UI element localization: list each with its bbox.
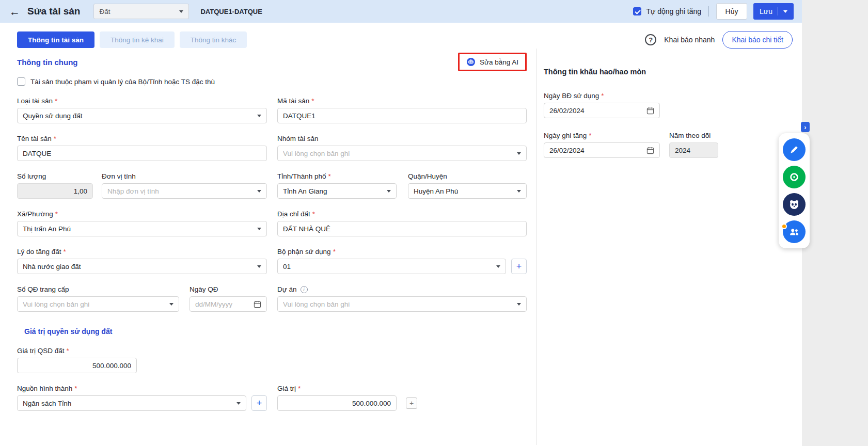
chevron-down-icon bbox=[179, 10, 183, 13]
qsd-value-input[interactable] bbox=[17, 358, 137, 373]
edit-with-ai-label: Sửa bằng AI bbox=[480, 58, 518, 66]
quantity-input: 1,00 bbox=[17, 183, 93, 199]
asset-group-select[interactable]: Vui lòng chọn bản ghi bbox=[277, 146, 527, 161]
auto-increase-toggle[interactable]: Tự động ghi tăng bbox=[633, 7, 701, 15]
using-department-label: Bộ phận sử dụng* bbox=[277, 248, 527, 256]
value-input[interactable] bbox=[277, 395, 397, 411]
ward-label: Xã/Phường* bbox=[17, 210, 267, 218]
decision-date-label: Ngày QĐ bbox=[190, 285, 267, 293]
header-divider bbox=[708, 6, 709, 17]
unit-label: Đơn vị tính bbox=[102, 172, 267, 180]
header-bar: ← Sửa tài sản Đất DATQUE1-DATQUE Tự động… bbox=[0, 0, 802, 23]
quantity-label: Số lượng bbox=[17, 172, 93, 180]
increase-reason-label: Lý do tăng đất* bbox=[17, 248, 267, 256]
unit-select[interactable]: Nhập đơn vị tính bbox=[102, 183, 267, 199]
help-icon[interactable]: ? bbox=[645, 34, 656, 45]
asset-type-label: Loại tài sản* bbox=[17, 97, 267, 105]
using-department-select[interactable]: 01 bbox=[277, 259, 506, 274]
chevron-down-icon bbox=[517, 152, 521, 155]
qsd-value-label: Giá trị QSD đất* bbox=[17, 347, 137, 355]
floating-toolbar bbox=[779, 133, 810, 248]
decision-no-label: Số QĐ trang cấp bbox=[17, 285, 179, 293]
edit-pen-fab[interactable] bbox=[783, 138, 806, 161]
ward-select[interactable]: Thị trấn An Phú bbox=[17, 221, 267, 236]
cancel-button[interactable]: Hủy bbox=[716, 3, 747, 20]
asset-code-input[interactable] bbox=[277, 108, 527, 123]
project-select[interactable]: Vui lòng chọn bản ghi bbox=[277, 296, 527, 312]
asset-group-label: Nhóm tài sản bbox=[277, 135, 527, 142]
support-fab[interactable] bbox=[783, 166, 806, 188]
auto-increase-label: Tự động ghi tăng bbox=[646, 7, 701, 15]
chevron-right-icon: › bbox=[804, 124, 806, 131]
project-label: Dự áni bbox=[277, 285, 527, 293]
scope-checkbox[interactable] bbox=[17, 77, 25, 86]
chevron-down-icon bbox=[257, 115, 261, 117]
section-land-value-title: Giá trị quyền sử dụng đất bbox=[17, 327, 527, 336]
page-title: Sửa tài sản bbox=[27, 6, 80, 17]
ai-robot-icon bbox=[466, 57, 476, 67]
funding-source-select[interactable]: Ngân sách Tỉnh bbox=[17, 395, 246, 411]
district-select[interactable]: Huyện An Phú bbox=[408, 183, 527, 199]
depreciation-panel: Thông tin khấu hao/hao mòn Ngày BĐ sử dụ… bbox=[537, 49, 802, 445]
people-icon bbox=[788, 226, 800, 237]
info-icon[interactable]: i bbox=[301, 286, 308, 293]
depreciation-title: Thông tin khấu hao/hao mòn bbox=[544, 68, 794, 76]
detail-declare-button[interactable]: Khai báo chi tiết bbox=[722, 31, 793, 49]
chevron-down-icon bbox=[236, 402, 241, 405]
calendar-icon[interactable] bbox=[646, 147, 654, 154]
chevron-down-icon bbox=[517, 303, 521, 306]
asset-name-input[interactable] bbox=[17, 146, 267, 161]
tab-declaration-info[interactable]: Thông tin kê khai bbox=[100, 31, 175, 48]
chevron-down-icon bbox=[257, 228, 261, 230]
increase-reason-select[interactable]: Nhà nước giao đất bbox=[17, 259, 267, 274]
decision-no-select[interactable]: Vui lòng chọn bản ghi bbox=[17, 296, 179, 312]
auto-increase-checkbox[interactable] bbox=[633, 7, 641, 15]
tracking-year-label: Năm theo dõi bbox=[669, 132, 718, 139]
asset-type-select[interactable]: Quyền sử dụng đất bbox=[17, 108, 267, 123]
save-button-label: Lưu bbox=[760, 7, 772, 15]
increase-date-label: Ngày ghi tăng* bbox=[544, 132, 660, 139]
asset-name-label: Tên tài sản* bbox=[17, 135, 267, 142]
target-icon bbox=[788, 171, 800, 183]
save-button[interactable]: Lưu bbox=[753, 3, 794, 20]
asset-code-label: Mã tài sản* bbox=[277, 97, 527, 105]
ai-highlight-box: Sửa bằng AI bbox=[458, 53, 527, 71]
panda-icon bbox=[788, 198, 800, 211]
content-area: Thông tin chung Sửa bằng AI bbox=[0, 49, 802, 445]
decision-date-input[interactable]: dd/MM/yyyy bbox=[190, 296, 267, 312]
calendar-icon[interactable] bbox=[646, 107, 654, 115]
tab-actions: ? Khai báo nhanh Khai báo chi tiết bbox=[645, 31, 793, 49]
tab-other-info[interactable]: Thông tin khác bbox=[180, 31, 247, 48]
value-label: Giá trị* bbox=[277, 385, 527, 392]
province-select[interactable]: Tỉnh An Giang bbox=[277, 183, 397, 199]
save-dropdown-icon[interactable] bbox=[783, 10, 787, 13]
general-info-column: Thông tin chung Sửa bằng AI bbox=[0, 49, 537, 445]
chevron-down-icon bbox=[169, 303, 173, 306]
district-label: Quận/Huyện bbox=[408, 172, 527, 180]
province-label: Tỉnh/Thành phố* bbox=[277, 172, 397, 180]
asset-type-dropdown[interactable]: Đất bbox=[93, 4, 189, 19]
calendar-icon[interactable] bbox=[254, 300, 261, 308]
quick-declare-link[interactable]: Khai báo nhanh bbox=[664, 36, 715, 44]
edit-asset-window: ← Sửa tài sản Đất DATQUE1-DATQUE Tự động… bbox=[0, 0, 802, 446]
edit-with-ai-button[interactable]: Sửa bằng AI bbox=[460, 54, 525, 70]
start-use-date-input[interactable]: 26/02/2024 bbox=[544, 103, 660, 118]
increase-date-input[interactable]: 26/02/2024 bbox=[544, 142, 660, 158]
back-icon[interactable]: ← bbox=[9, 6, 20, 17]
add-value-row-button[interactable]: + bbox=[406, 397, 417, 409]
add-funding-source-button[interactable]: + bbox=[251, 395, 267, 411]
chevron-down-icon bbox=[257, 265, 261, 268]
chevron-down-icon bbox=[387, 190, 391, 193]
save-button-divider bbox=[778, 7, 778, 15]
tab-bar: Thông tin tài sản Thông tin kê khai Thôn… bbox=[0, 31, 802, 49]
scope-checkbox-row[interactable]: Tài sản thuộc phạm vi quản lý của Bộ/Tỉn… bbox=[17, 77, 527, 86]
expand-panel-button[interactable]: › bbox=[801, 122, 810, 132]
add-department-button[interactable]: + bbox=[511, 259, 527, 274]
land-address-input[interactable] bbox=[277, 221, 527, 236]
tracking-year-input: 2024 bbox=[669, 142, 718, 158]
funding-source-label: Nguồn hình thành* bbox=[17, 385, 267, 392]
land-address-label: Địa chỉ đất* bbox=[277, 210, 527, 218]
chatbot-fab[interactable] bbox=[783, 193, 806, 216]
community-fab[interactable] bbox=[783, 220, 806, 243]
tab-asset-info[interactable]: Thông tin tài sản bbox=[17, 31, 94, 48]
